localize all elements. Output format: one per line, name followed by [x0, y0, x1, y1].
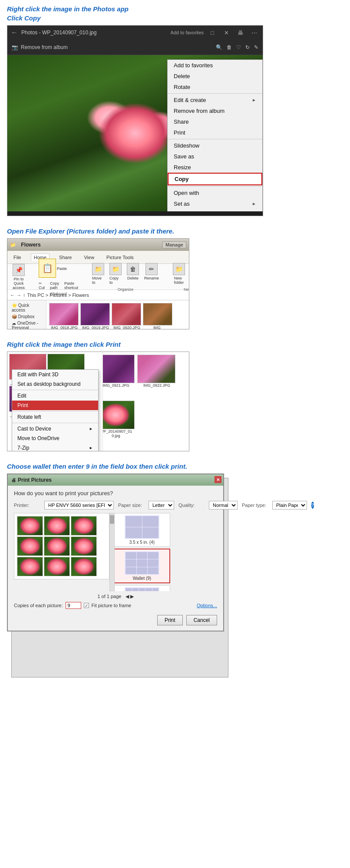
delete-icon[interactable]: 🗑 — [227, 44, 232, 50]
ctx-add-favorites[interactable]: Add to favorites — [168, 60, 262, 71]
explorer2-files: IMG_0921.JPG IMG_0922.JPG WP_20140907_01… — [93, 352, 189, 451]
scrollbar[interactable] — [109, 513, 115, 591]
print-dialog-title: Print Pictures — [18, 477, 52, 483]
ctx2-onedrive[interactable]: Move to OneDrive — [12, 434, 98, 443]
new-item-btn[interactable]: 📄New item ▾ — [188, 262, 189, 286]
file-thumb-3[interactable]: IMG_0920.JPG — [112, 303, 142, 329]
ctx-remove-album[interactable]: Remove from album — [168, 105, 262, 116]
print-icon[interactable]: 🖶 — [235, 27, 245, 38]
sidebar-quick-access[interactable]: ⭐ Quick access — [10, 302, 43, 313]
close-icon[interactable]: ✕ — [221, 27, 231, 38]
paste-shortcut-btn[interactable]: Paste shortcut — [63, 280, 80, 291]
address-bar[interactable]: ← → ↑ This PC > Pictures > Flowers — [7, 290, 189, 300]
fit-checkbox[interactable]: ✓ — [84, 603, 89, 608]
copies-input[interactable] — [66, 602, 81, 609]
nav-next-icon[interactable]: ▶ — [130, 594, 134, 599]
copy-path-btn[interactable]: Copy path — [48, 280, 61, 291]
layout-cell — [125, 552, 136, 559]
ctx-edit-create[interactable]: Edit & create ► — [168, 95, 262, 105]
explorer-title-controls: Manage — [162, 241, 186, 248]
sidebar-onedrive-personal[interactable]: ☁ OneDrive - Personal — [10, 320, 43, 329]
heart-icon[interactable]: ♡ — [236, 44, 241, 50]
ctx2-rotate-left[interactable]: Rotate left — [12, 412, 98, 422]
organize-group: 📁Move to 📁Copy to 🗑Delete ✏Rename Organi… — [90, 262, 161, 292]
zoom-icon[interactable]: 🔍 — [216, 44, 222, 50]
ctx2-7zip[interactable]: 7-Zip ► — [12, 443, 98, 451]
tab-file[interactable]: File — [11, 254, 24, 261]
layout-cell — [125, 527, 142, 538]
copies-row: Copies of each picture: ✓ Fit picture to… — [14, 602, 217, 609]
scrollbar-thumb[interactable] — [110, 515, 114, 524]
move-to-btn[interactable]: 📁Move to — [90, 262, 106, 286]
nav-back[interactable]: ← — [10, 293, 15, 298]
nav-forward[interactable]: → — [17, 293, 21, 298]
rotate-icon[interactable]: ↻ — [245, 44, 250, 50]
ctx-view-actual[interactable]: View actual size — [168, 209, 262, 211]
ctx2-sep-1 — [12, 390, 98, 390]
ctx2-edit-paint[interactable]: Edit with Paint 3D — [12, 370, 98, 379]
help-icon[interactable]: ? — [311, 502, 314, 509]
rename-btn[interactable]: ✏Rename — [142, 262, 161, 286]
maximize-icon[interactable]: □ — [207, 27, 218, 38]
nav-prev-icon[interactable]: ◀ — [125, 594, 129, 599]
layout-wallet[interactable]: Wallet (9) — [114, 549, 170, 583]
paper-size-label: Paper size: — [118, 503, 144, 508]
copy-to-btn[interactable]: 📁Copy to — [108, 262, 123, 286]
ctx-arrow-edit: ► — [252, 98, 256, 102]
cut-btn[interactable]: ✂ Cut — [37, 280, 46, 291]
preview-container — [14, 513, 109, 591]
ctx-open-with[interactable]: Open with — [168, 187, 262, 198]
ctx-copy[interactable]: Copy — [168, 173, 262, 185]
print-close-btn[interactable]: ✕ — [215, 476, 221, 483]
ctx-share[interactable]: Share — [168, 116, 262, 127]
ctx2-set-desktop[interactable]: Set as desktop background — [12, 379, 98, 389]
paper-type-select[interactable]: Plain Paper — [272, 501, 307, 510]
layout-cell — [125, 559, 136, 566]
layout-4up[interactable]: 3.5 x 5 in. (4) — [114, 513, 170, 547]
ctx2-edit[interactable]: Edit — [12, 391, 98, 401]
more-icon[interactable]: ⋯ — [249, 27, 259, 38]
photo-image-area: Add to favorites Delete Rotate Edit & cr… — [7, 55, 263, 211]
print-buttons: Print Cancel — [14, 612, 217, 626]
file-thumb-2[interactable]: IMG_0919.JPG — [80, 303, 111, 329]
ctx-set-as[interactable]: Set as ► — [168, 198, 262, 209]
mini-rose-7 — [17, 557, 43, 576]
ctx-save-as[interactable]: Save as — [168, 151, 262, 162]
new-folder-btn[interactable]: 📁Newfolder — [171, 262, 187, 286]
file-img-3 — [112, 303, 141, 326]
ctx-sep-1 — [168, 93, 262, 94]
layout-panel: 3.5 x 5 in. (4) — [114, 513, 170, 591]
tab-view[interactable]: View — [81, 254, 97, 261]
layout-cell — [148, 552, 158, 559]
nav-up[interactable]: ↑ — [23, 293, 26, 298]
pin-btn[interactable]: 📌 Pin to Quickaccess — [11, 263, 26, 291]
file-thumb-1[interactable]: IMG_0918.JPG — [49, 303, 79, 329]
explorer-files-area: IMG_0918.JPG IMG_0919.JPG IMG_0920.JPG I… — [46, 300, 176, 329]
ctx-arrow-set: ► — [252, 201, 256, 206]
ctx-resize[interactable]: Resize — [168, 162, 262, 173]
tab-picture-tools[interactable]: Picture Tools — [104, 254, 136, 261]
ctx-slideshow[interactable]: Slideshow — [168, 140, 262, 151]
delete-btn[interactable]: 🗑Delete — [125, 262, 141, 286]
printer-select[interactable]: HP ENVY 5660 series [EFE77F] — [44, 501, 114, 510]
quality-select[interactable]: Normal — [209, 501, 238, 510]
edit-icon[interactable]: ✎ — [254, 44, 258, 50]
paste-btn[interactable]: 📋 Paste — [37, 258, 80, 279]
ctx-print[interactable]: Print — [168, 127, 262, 138]
options-link[interactable]: Options... — [197, 603, 217, 608]
print-dialog-wrapper: 🖨 Print Pictures ✕ How do you want to pr… — [7, 473, 233, 631]
paper-size-select[interactable]: Letter — [149, 501, 174, 510]
back-arrow-icon[interactable]: ← — [11, 29, 18, 36]
ctx-delete[interactable]: Delete — [168, 71, 262, 82]
print-button[interactable]: Print — [157, 615, 183, 625]
layout-contact[interactable]: Contact sheet (35) — [114, 585, 170, 591]
f2-thumb-2[interactable]: IMG_0922.JPG — [137, 355, 176, 399]
ctx2-print[interactable]: Print — [12, 401, 98, 410]
mini-rose-1 — [17, 516, 43, 536]
toolbar-album-icon: 📷 — [12, 44, 18, 50]
cancel-button[interactable]: Cancel — [186, 615, 217, 625]
file-thumb-4[interactable]: IMG_ — [143, 303, 173, 329]
ctx-rotate[interactable]: Rotate — [168, 82, 262, 92]
ctx2-cast[interactable]: Cast to Device ► — [12, 424, 98, 434]
sidebar-dropbox[interactable]: 📦 Dropbox — [10, 313, 43, 320]
